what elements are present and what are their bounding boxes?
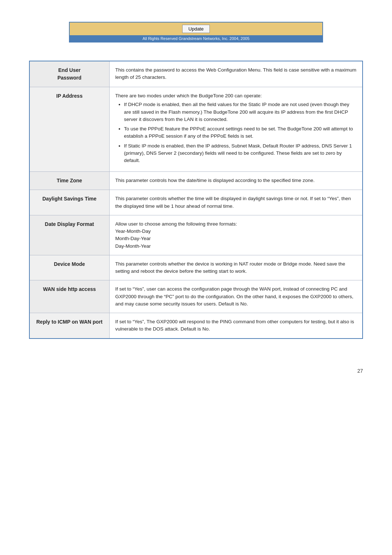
- table-row: Device ModeThis parameter controls wheth…: [29, 255, 363, 280]
- table-row: Time ZoneThis parameter controls how the…: [29, 172, 363, 190]
- table-row: WAN side http accessIf set to “Yes”, use…: [29, 280, 363, 313]
- row-label: WAN side http access: [29, 280, 109, 313]
- update-button[interactable]: Update: [182, 25, 210, 33]
- row-description: Allow user to choose among the following…: [109, 215, 363, 255]
- update-btn-row: Update: [70, 23, 322, 35]
- row-label: Time Zone: [29, 172, 109, 190]
- row-label: IP Address: [29, 87, 109, 172]
- table-row: IP AddressThere are two modes under whic…: [29, 87, 363, 172]
- bullet-item: If DHCP mode is enabled, then all the fi…: [124, 101, 357, 123]
- top-bar-container: Update All Rights Reserved Grandstream N…: [0, 0, 392, 50]
- row-label: Device Mode: [29, 255, 109, 280]
- row-label: Date Display Format: [29, 215, 109, 255]
- row-label: Daylight Savings Time: [29, 190, 109, 215]
- row-description: This contains the password to access the…: [109, 61, 363, 87]
- table-row: End UserPasswordThis contains the passwo…: [29, 61, 363, 87]
- row-description: This parameter controls whether the time…: [109, 190, 363, 215]
- row-description: If set to “Yes”, The GXP2000 will respon…: [109, 313, 363, 339]
- row-description: This parameter controls how the date/tim…: [109, 172, 363, 190]
- info-table: End UserPasswordThis contains the passwo…: [29, 61, 363, 339]
- table-row: Daylight Savings TimeThis parameter cont…: [29, 190, 363, 215]
- bullet-item: If Static IP mode is enabled, then the I…: [124, 142, 357, 165]
- row-description: If set to “Yes”, user can access the con…: [109, 280, 363, 313]
- table-row: Date Display FormatAllow user to choose …: [29, 215, 363, 255]
- table-row: Reply to ICMP on WAN portIf set to “Yes”…: [29, 313, 363, 339]
- page-number: 27: [0, 361, 392, 381]
- row-label: Reply to ICMP on WAN port: [29, 313, 109, 339]
- bullet-item: To use the PPPoE feature the PPPoE accou…: [124, 125, 357, 140]
- update-box: Update All Rights Reserved Grandstream N…: [69, 22, 323, 42]
- main-content: End UserPasswordThis contains the passwo…: [0, 50, 392, 361]
- row-description: There are two modes under which the Budg…: [109, 87, 363, 172]
- row-description: This parameter controls whether the devi…: [109, 255, 363, 280]
- row-label: End UserPassword: [29, 61, 109, 87]
- copyright-row: All Rights Reserved Grandstream Networks…: [70, 35, 322, 42]
